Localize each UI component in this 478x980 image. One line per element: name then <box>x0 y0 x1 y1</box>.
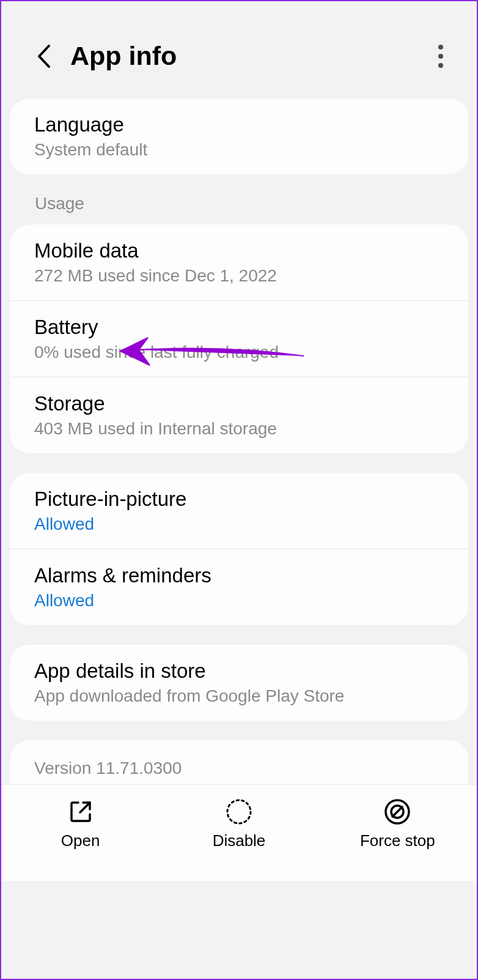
storage-title: Storage <box>34 392 444 415</box>
store-card: App details in store App downloaded from… <box>10 645 468 721</box>
force-stop-icon <box>384 798 411 825</box>
svg-point-1 <box>438 54 443 59</box>
more-button[interactable] <box>426 42 455 71</box>
disable-icon <box>226 798 252 825</box>
mobile-data-title: Mobile data <box>34 239 444 262</box>
storage-subtitle: 403 MB used in Internal storage <box>34 419 444 439</box>
usage-section-label: Usage <box>1 194 477 225</box>
open-label: Open <box>61 831 100 850</box>
page-title: App info <box>70 41 426 71</box>
battery-row[interactable]: Battery 0% used since last fully charged <box>10 300 468 377</box>
language-card: Language System default <box>10 98 468 174</box>
force-stop-label: Force stop <box>360 831 435 850</box>
version-text: Version 11.71.0300 <box>34 759 444 778</box>
pip-row[interactable]: Picture-in-picture Allowed <box>10 473 468 549</box>
back-button[interactable] <box>29 42 58 71</box>
permissions-card: Picture-in-picture Allowed Alarms & remi… <box>10 473 468 625</box>
usage-card: Mobile data 272 MB used since Dec 1, 202… <box>10 225 468 453</box>
pip-subtitle: Allowed <box>34 514 444 534</box>
battery-title: Battery <box>34 316 444 339</box>
battery-subtitle: 0% used since last fully charged <box>34 343 444 362</box>
storage-row[interactable]: Storage 403 MB used in Internal storage <box>10 377 468 453</box>
alarms-title: Alarms & reminders <box>34 564 444 587</box>
alarms-subtitle: Allowed <box>34 591 444 611</box>
store-row[interactable]: App details in store App downloaded from… <box>10 645 468 721</box>
alarms-row[interactable]: Alarms & reminders Allowed <box>10 549 468 625</box>
store-title: App details in store <box>34 659 444 683</box>
language-subtitle: System default <box>34 140 444 160</box>
more-vertical-icon <box>438 44 444 69</box>
svg-point-2 <box>438 63 443 68</box>
force-stop-button[interactable]: Force stop <box>318 785 477 863</box>
open-icon <box>68 799 94 825</box>
pip-title: Picture-in-picture <box>34 488 444 511</box>
language-row[interactable]: Language System default <box>10 98 468 174</box>
mobile-data-row[interactable]: Mobile data 272 MB used since Dec 1, 202… <box>10 225 468 300</box>
header: App info <box>1 1 477 98</box>
disable-button[interactable]: Disable <box>160 785 318 863</box>
chevron-left-icon <box>35 43 51 69</box>
language-title: Language <box>34 113 444 136</box>
svg-point-3 <box>227 800 251 823</box>
disable-label: Disable <box>213 831 266 850</box>
svg-point-0 <box>438 45 443 50</box>
bottom-action-bar: Open Disable Force stop <box>1 784 477 881</box>
store-subtitle: App downloaded from Google Play Store <box>34 686 444 706</box>
open-button[interactable]: Open <box>1 785 160 863</box>
mobile-data-subtitle: 272 MB used since Dec 1, 2022 <box>34 266 444 286</box>
version-card: Version 11.71.0300 <box>10 740 468 784</box>
